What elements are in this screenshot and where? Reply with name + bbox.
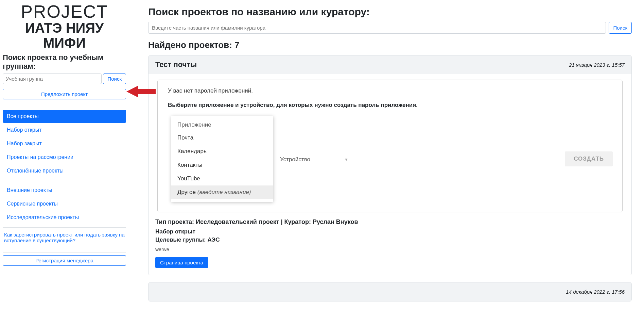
no-passwords-text: У вас нет паролей приложений. [168, 87, 612, 94]
group-input[interactable] [3, 74, 102, 84]
app-dropdown[interactable]: Приложение Почта Календарь Контакты YouT… [171, 116, 273, 202]
card-title: Тест почты [155, 60, 197, 69]
arrow-annotation-icon [126, 84, 156, 100]
logo: PROJECT ИАТЭ НИЯУ МИФИ [3, 3, 126, 50]
help-link[interactable]: Как зарегистрировать проект или подать з… [3, 230, 126, 249]
card-header-2: 14 декабря 2022 г. 17:56 [149, 282, 631, 301]
instruction-text: Выберите приложение и устройство, для ко… [168, 102, 612, 109]
other-label: Другое [177, 189, 196, 195]
nav-all-projects[interactable]: Все проекты [3, 110, 126, 123]
main-heading: Поиск проектов по названию или куратору: [148, 6, 632, 18]
nav-rejected[interactable]: Отклонённые проекты [3, 164, 126, 177]
nav-open[interactable]: Набор открыт [3, 124, 126, 136]
chevron-down-icon: ▼ [344, 157, 348, 162]
propose-project-button[interactable]: Предложить проект [3, 89, 126, 99]
dropdown-option-calendar[interactable]: Календарь [171, 145, 273, 158]
logo-line2: ИАТЭ НИЯУ МИФИ [3, 20, 126, 50]
dropdown-option-youtube[interactable]: YouTube [171, 172, 273, 185]
card-date: 21 января 2023 г. 15:57 [569, 62, 625, 68]
project-page-button[interactable]: Страница проекта [155, 257, 208, 268]
project-description: werwe [155, 247, 625, 252]
nav-pending[interactable]: Проекты на рассмотрении [3, 151, 126, 164]
create-password-button[interactable]: СОЗДАТЬ [565, 151, 613, 166]
found-count: Найдено проектов: 7 [148, 40, 632, 50]
project-search-button[interactable]: Поиск [609, 22, 632, 34]
dropdown-option-mail[interactable]: Почта [171, 131, 273, 145]
group-search-button[interactable]: Поиск [103, 74, 126, 84]
logo-line1: PROJECT [3, 3, 126, 20]
nav-research[interactable]: Исследовательские проекты [3, 211, 126, 224]
project-status: Набор открыт [155, 228, 625, 235]
card-title-2 [155, 287, 157, 296]
register-manager-button[interactable]: Регистрация менеджера [3, 255, 126, 266]
svg-marker-0 [126, 86, 156, 97]
project-search-input[interactable] [148, 22, 606, 34]
card-body: У вас нет паролей приложений. Выберите п… [149, 74, 631, 275]
device-select[interactable]: Устройство ▼ [280, 155, 348, 163]
nav-primary: Все проекты Набор открыт Набор закрыт Пр… [3, 110, 126, 177]
card-date-2: 14 декабря 2022 г. 17:56 [566, 289, 625, 295]
device-label: Устройство [280, 156, 310, 163]
project-type-curator: Тип проекта: Исследовательский проект | … [155, 218, 625, 226]
nav-closed[interactable]: Набор закрыт [3, 137, 126, 150]
nav-external[interactable]: Внешние проекты [3, 184, 126, 197]
dropdown-option-other[interactable]: Другое (введите название) [171, 185, 273, 199]
other-hint: (введите название) [197, 189, 251, 195]
sidebar: PROJECT ИАТЭ НИЯУ МИФИ Поиск проекта по … [0, 0, 129, 326]
sidebar-heading: Поиск проекта по учебным группам: [3, 53, 126, 71]
nav-secondary: Внешние проекты Сервисные проекты Исслед… [3, 184, 126, 224]
card-header: Тест почты 21 января 2023 г. 15:57 [149, 55, 631, 74]
project-groups: Целевые группы: АЭС [155, 237, 625, 243]
project-card-2: 14 декабря 2022 г. 17:56 [148, 282, 632, 301]
project-card: Тест почты 21 января 2023 г. 15:57 У вас… [148, 55, 632, 275]
embedded-screenshot: У вас нет паролей приложений. Выберите п… [157, 80, 623, 212]
nav-service[interactable]: Сервисные проекты [3, 197, 126, 210]
dropdown-label: Приложение [171, 119, 273, 131]
main-content: Поиск проектов по названию или куратору:… [129, 0, 644, 326]
dropdown-option-contacts[interactable]: Контакты [171, 158, 273, 172]
